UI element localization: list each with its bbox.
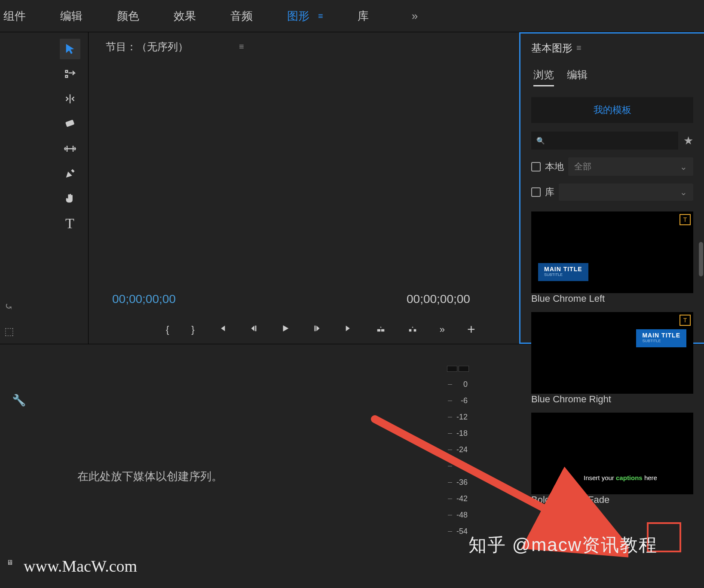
insert-icon[interactable]: ⤿	[4, 300, 52, 312]
tab-browse[interactable]: 浏览	[533, 68, 554, 86]
svg-rect-3	[409, 329, 411, 331]
wrench-icon[interactable]: 🔧	[12, 394, 26, 407]
favorites-icon[interactable]: ★	[683, 134, 693, 147]
local-label: 本地	[545, 160, 564, 173]
nav-audio[interactable]: 音频	[230, 9, 253, 24]
nav-color[interactable]: 颜色	[117, 9, 139, 24]
template-list: T MAIN TITLESUBTITLE Blue Chrome Left T …	[531, 211, 693, 547]
nav-overflow-icon[interactable]: »	[412, 9, 418, 23]
tool-strip: T	[52, 32, 88, 344]
nav-graphics[interactable]: 图形	[287, 9, 309, 24]
nav-graphics-menu-icon[interactable]: ≡	[318, 11, 323, 21]
export-frame-icon[interactable]: »	[440, 324, 445, 335]
lift-icon[interactable]	[376, 324, 386, 336]
tool-razor[interactable]	[60, 113, 80, 134]
local-checkbox[interactable]	[531, 162, 541, 172]
tool-track-select[interactable]	[60, 64, 80, 84]
nav-components[interactable]: 组件	[3, 9, 26, 24]
template-thumb[interactable]: T MAIN TITLESUBTITLE	[531, 312, 693, 394]
chevron-down-icon: ⌄	[680, 187, 687, 197]
tab-edit[interactable]: 编辑	[567, 68, 588, 86]
tool-ripple[interactable]	[60, 89, 80, 109]
tool-hand[interactable]	[60, 188, 80, 209]
my-templates-button[interactable]: 我的模板	[531, 97, 693, 123]
library-checkbox[interactable]	[531, 187, 541, 197]
transport-bar: { } » +	[166, 322, 475, 337]
mark-out-icon[interactable]: }	[191, 324, 194, 335]
timeline-panel[interactable]: 🔧 在此处放下媒体以创建序列。	[0, 344, 436, 588]
svg-rect-0	[65, 119, 74, 127]
site-icon: 🖥	[6, 559, 13, 567]
nav-effects[interactable]: 效果	[174, 9, 196, 24]
svg-rect-4	[413, 329, 416, 331]
svg-rect-2	[381, 329, 384, 331]
tool-slip[interactable]	[60, 138, 80, 159]
tool-pen[interactable]	[60, 163, 80, 184]
mogrt-badge-icon: T	[680, 315, 691, 326]
extract-icon[interactable]	[408, 324, 417, 336]
overwrite-icon[interactable]: ⬚	[4, 325, 52, 337]
nav-edit[interactable]: 编辑	[60, 9, 83, 24]
template-thumb[interactable]: T MAIN TITLESUBTITLE	[531, 211, 693, 293]
timecode-current[interactable]: 00;00;00;00	[112, 292, 176, 306]
template-name: Blue Chrome Right	[531, 394, 693, 405]
mogrt-badge-icon: T	[680, 214, 691, 225]
search-input[interactable]: 🔍	[531, 132, 678, 150]
top-nav: 组件 编辑 颜色 效果 音频 图形 ≡ 库 »	[0, 0, 704, 32]
library-label: 库	[545, 186, 554, 199]
timeline-empty-hint: 在此处放下媒体以创建序列。	[77, 469, 223, 484]
step-back-icon[interactable]	[249, 324, 258, 336]
go-to-out-icon[interactable]	[344, 324, 354, 336]
nav-library[interactable]: 库	[358, 9, 369, 24]
play-icon[interactable]	[281, 324, 290, 336]
audio-meter: 0-6-12-18-24-30-36-42-48-54	[436, 344, 479, 588]
program-title: 节目：（无序列）	[106, 40, 188, 54]
go-to-in-icon[interactable]	[217, 324, 227, 336]
svg-rect-1	[377, 329, 380, 331]
panel-title: 基本图形	[520, 34, 704, 55]
template-name: Blue Chrome Left	[531, 293, 693, 304]
library-dropdown[interactable]: ⌄	[559, 184, 693, 201]
source-panel-footer: ⤿ ⬚	[0, 32, 52, 344]
template-name: Bold Caption Fade	[531, 494, 693, 505]
local-dropdown[interactable]: 全部⌄	[568, 157, 693, 176]
essential-graphics-panel: 基本图形 ≡ 浏览 编辑 我的模板 St 🔍 ★ 本地 全部⌄ 库 ⌄ T	[519, 32, 704, 344]
tool-selection[interactable]	[60, 39, 80, 59]
program-menu-icon[interactable]: ≡	[239, 42, 244, 52]
chevron-down-icon: ⌄	[680, 162, 687, 172]
template-thumb[interactable]: Insert your captions here	[531, 413, 693, 494]
program-monitor: 节目：（无序列） ≡ 00;00;00;00 00;00;00;00 { } »…	[88, 32, 519, 344]
mark-in-icon[interactable]: {	[166, 324, 169, 335]
panel-menu-icon[interactable]: ≡	[576, 43, 582, 53]
step-forward-icon[interactable]	[312, 324, 322, 336]
tool-type[interactable]: T	[60, 213, 80, 234]
button-editor-icon[interactable]: +	[467, 322, 475, 337]
scrollbar-thumb[interactable]	[699, 242, 703, 276]
search-icon: 🔍	[536, 137, 545, 145]
timecode-duration: 00;00;00;00	[407, 292, 470, 306]
